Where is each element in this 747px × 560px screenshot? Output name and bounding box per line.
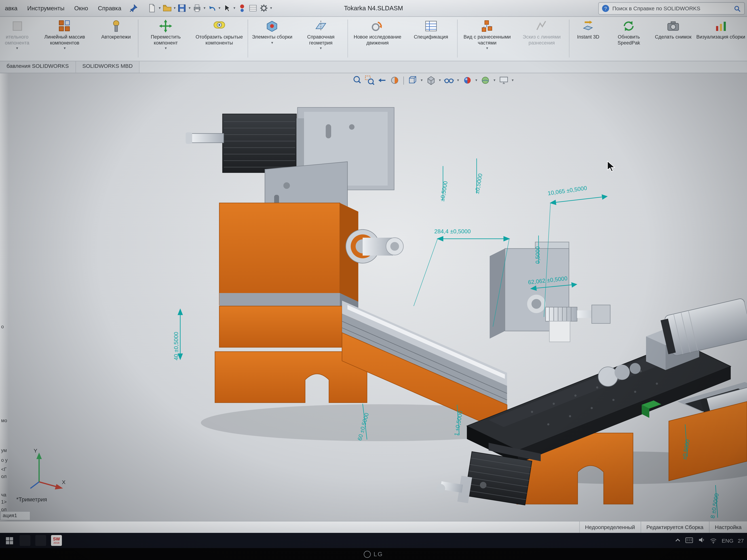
solidworks-taskbar-icon[interactable]: SW 2016 [51,534,62,546]
print-dropdown-caret[interactable]: ▾ [204,6,206,10]
insert-component-icon [10,19,24,33]
undo-icon[interactable] [207,3,217,14]
command-manager-ribbon: ительного омпонента▾ Линейный массив ком… [0,16,747,61]
ribbon-reference-geometry-button[interactable]: Справочная геометрия▾ [295,16,346,61]
tree-fragment: ол [1,474,6,479]
model-tab-fragment[interactable]: ация1 [0,511,30,521]
ribbon-exploded-view-button[interactable]: Вид с разнесенными частями▾ [459,16,515,61]
heads-up-view-toolbar: ▾ ▾ ▾ ▾ ▾ ▾ [352,75,515,86]
tab-solidworks-addins[interactable]: бавления SOLIDWORKS [0,61,76,73]
menu-bar: авка Инструменты Окно Справка ▾ ▾ ▾ ▾ ▾ … [0,0,747,17]
undo-dropdown-caret[interactable]: ▾ [218,6,221,10]
previous-view-icon[interactable] [377,75,388,86]
touch-keyboard-icon[interactable] [685,537,693,544]
triad-y-label: Y [34,448,37,454]
menu-tools[interactable]: Инструменты [22,0,69,16]
view-settings-icon[interactable] [498,75,509,86]
tree-fragment: <Г [1,466,6,472]
ribbon-instant3d-button[interactable]: Instant 3D [571,16,606,61]
show-hidden-components-icon [212,19,226,33]
tray-expand-icon[interactable] [675,537,681,544]
ribbon-bom-button[interactable]: Спецификация [406,16,456,61]
zoom-fit-icon[interactable] [352,75,363,86]
system-tray: ENG 27 [675,536,747,545]
display-list-icon[interactable] [248,3,258,14]
status-configuration[interactable]: Настройка [709,522,747,533]
assembly-visualization-icon [714,19,728,33]
explode-line-sketch-icon [535,19,549,33]
rebuild-icon[interactable] [236,3,248,14]
triad-x-label: X [62,479,66,485]
select-icon[interactable] [222,3,232,14]
ribbon-take-snapshot-button[interactable]: Сделать снимок [652,16,695,61]
tab-solidworks-mbd[interactable]: SOLIDWORKS MBD [76,61,140,73]
menu-window[interactable]: Окно [69,0,93,16]
dimension-label[interactable]: 284,4 ±0,5000 [434,228,471,234]
status-underdefined: Недоопределенный [579,522,640,533]
taskbar-app-icon[interactable] [35,534,47,546]
options-gear-icon[interactable] [258,3,269,14]
section-view-icon[interactable] [389,75,400,86]
tree-fragment: ча [1,492,6,498]
view-orientation-icon[interactable] [407,75,418,86]
update-speedpak-icon [622,19,636,33]
status-bar: Недоопределенный Редактируется Сборка На… [0,521,747,533]
view-orientation-label: *Триметрия [16,496,47,503]
feature-tree-cut-strip [0,73,9,521]
smart-fasteners-icon [109,19,123,33]
search-magnifier-icon[interactable] [733,5,741,12]
instant3d-icon [581,19,595,33]
ribbon-linear-pattern-button[interactable]: Линейный массив компонентов▾ [34,16,95,61]
solidworks-window: авка Инструменты Окно Справка ▾ ▾ ▾ ▾ ▾ … [0,0,747,560]
linear-pattern-icon [57,19,72,33]
display-style-icon[interactable] [426,75,436,86]
tree-fragment: 1> [1,499,7,505]
new-document-icon[interactable] [147,3,158,14]
lathe-assembly-model[interactable] [0,73,747,521]
select-dropdown-caret[interactable]: ▾ [233,6,235,10]
assembly-features-icon [265,19,279,33]
quick-access-toolbar: ▾ ▾ ▾ ▾ ▾ ▾ ▾ [147,3,273,14]
taskbar-app-icon[interactable] [19,534,31,546]
ribbon-insert-component-button[interactable]: ительного омпонента▾ [0,16,34,61]
dimension-label[interactable]: 0,5000 [534,246,541,264]
dimension-label[interactable]: 40 ±0,5000 [173,332,179,360]
ribbon-update-speedpak-button[interactable]: Обновить SpeedPak [606,16,652,61]
tree-fragment: мо [1,418,7,423]
ribbon-explode-sketch-button[interactable]: Эскиз с линиями разнесения [516,16,568,61]
save-icon[interactable] [177,3,187,14]
volume-icon[interactable] [698,536,705,545]
menu-help[interactable]: Справка [93,0,126,16]
help-search-text: Поиск в Справке по SOLIDWORKS [612,5,700,11]
ribbon-motion-study-button[interactable]: Новое исследование движения [349,16,406,61]
options-dropdown-caret[interactable]: ▾ [270,6,272,10]
start-button[interactable] [3,534,15,546]
pin-menu-icon[interactable] [129,4,138,12]
edit-appearance-icon[interactable] [462,75,473,86]
motion-study-icon [370,19,385,33]
ribbon-assembly-features-button[interactable]: Элементы сборки▾ [249,16,295,61]
bill-of-materials-icon [424,19,438,33]
menu-edit-partial[interactable]: авка [0,0,22,16]
orientation-triad: Y X [26,446,70,494]
hide-show-items-icon[interactable] [443,75,455,86]
graphics-area[interactable]: ▾ ▾ ▾ ▾ ▾ ▾ 284,4 ±0,5000 10,065 ±0,5000… [0,73,747,521]
taskbar-clock[interactable]: 27 [738,538,746,543]
ribbon-move-component-button[interactable]: Переместить компонент▾ [139,16,192,61]
ribbon-show-hidden-button[interactable]: Отобразить скрытые компоненты [192,16,247,61]
new-dropdown-caret[interactable]: ▾ [159,6,161,10]
open-icon[interactable] [162,3,173,14]
status-editing-assembly: Редактируется Сборка [640,522,709,533]
ribbon-smart-fasteners-button[interactable]: Автокрепежи [95,16,137,61]
help-search-box[interactable]: ? Поиск в Справке по SOLIDWORKS [598,2,745,15]
ribbon-assembly-visualization-button[interactable]: Визуализация сборки [695,16,747,61]
zoom-area-icon[interactable] [364,75,375,86]
print-icon[interactable] [191,3,203,14]
open-dropdown-caret[interactable]: ▾ [174,6,176,10]
network-icon[interactable] [710,536,717,545]
save-dropdown-caret[interactable]: ▾ [188,6,190,10]
windows-taskbar: SW 2016 ENG 27 [0,533,747,548]
language-indicator[interactable]: ENG [722,538,733,543]
monitor-brand-logo: LG [364,551,383,558]
apply-scene-icon[interactable] [480,75,491,86]
